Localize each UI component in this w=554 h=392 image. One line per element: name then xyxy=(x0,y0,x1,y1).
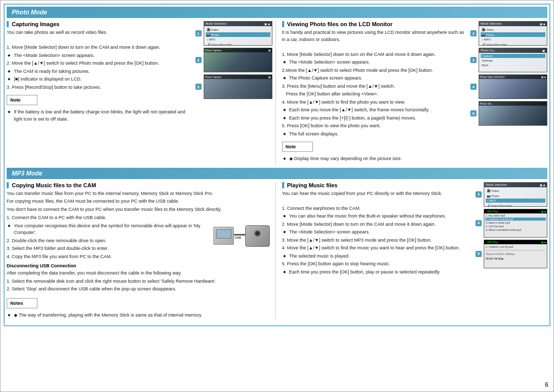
screenshot-1: 1 Mode Selection ▣ ■ 🎥 Video � xyxy=(195,21,272,46)
play-step4-b: The selected music is played. xyxy=(282,253,473,260)
r-screenshot-2: 2 Mode Selection ▣ ■ 🎥 Video � xyxy=(470,21,547,46)
note-box-outer: Note If the battery is low and the batte… xyxy=(7,93,192,123)
play-step5-b: Each time you press the [OK] button, pla… xyxy=(282,269,473,276)
vp-step5-b: The full screen displays. xyxy=(282,131,468,138)
notes-section: Notes ◆ The way of transferring, playing… xyxy=(7,296,272,319)
playing-music-content: Playing Music files You can hear the mus… xyxy=(282,182,548,278)
mp3-menu-voice: 🎤 Voice Recorder xyxy=(486,203,545,207)
play-step3: 3. Move the [▲/▼] switch to select MP3 m… xyxy=(282,237,473,244)
page-number: 6 xyxy=(545,381,548,388)
mp3-track-list: 1. hey dude.mp3 2. I believe I can fly.m… xyxy=(484,213,547,237)
track-3: 3. black or white.mp3 xyxy=(485,221,546,224)
r-menu-voice: 🎤 Voice Recorder xyxy=(481,42,545,46)
notes-box: Notes xyxy=(7,298,37,308)
viewing-note-content: ◆ Display time may vary depending on the… xyxy=(282,155,468,163)
track-5: 5. What a wonderful world.mp3 xyxy=(485,228,546,231)
r-screen-num-5: 5 xyxy=(470,110,477,116)
screen-img-2: Photo Capture ▣ xyxy=(204,48,272,72)
mp3-progress-bar xyxy=(486,250,545,251)
r-lcd-4: Photo View 100-0022 ▣ ■ xyxy=(479,75,547,99)
disconnecting-content: After completing the data transfer, you … xyxy=(7,270,272,293)
viewing-note-outer: Note ◆ Display time may vary depending o… xyxy=(282,140,468,163)
mp3-screen-num-5: 5 xyxy=(476,251,482,257)
vp-step2-b: The Photo Capture screen appears. xyxy=(282,75,468,82)
viewing-intro: It is handy and practical to view pictur… xyxy=(282,29,468,138)
pc-box xyxy=(213,227,234,245)
note-box: Note xyxy=(7,95,37,105)
copying-intro-p2: For copying music files, the CAM must be… xyxy=(7,198,272,205)
r-lcd-header-3: Photo Ca... ▣ xyxy=(479,48,547,53)
copying-music-title: Copying Music files to the CAM xyxy=(7,182,272,188)
step-2-bullet2: [■] indicator is displayed on LCD. xyxy=(7,76,192,83)
screen-img-3: Photo Capture ▣ xyxy=(204,74,272,99)
capturing-images-title: Capturing Images xyxy=(7,21,192,27)
photo-mode-header: Photo Mode xyxy=(7,7,547,18)
mp3-screenshot-5: 5 ♪ MP3 Play ▣ ■ 2. I believe I can fly.… xyxy=(476,240,547,268)
copy-step3: 3. Select the MP3 folder and double-clic… xyxy=(7,245,207,252)
mp3-detail-area: 2. I believe I can fly.mp3 Stereo 44.1KH… xyxy=(484,244,547,268)
r-lcd-header-2: Mode Selection ▣ ■ xyxy=(479,22,547,26)
right-screenshots: 2 Mode Selection ▣ ■ 🎥 Video � xyxy=(470,21,547,165)
mp3-mode-title: MP3 Mode xyxy=(12,170,42,177)
vp-step3b: Press the [OK] button after selecting <V… xyxy=(282,91,468,98)
screen-num-2: 2 xyxy=(195,57,202,63)
copying-steps-main: 1. Connect the CAM to a PC with the USB … xyxy=(7,214,207,262)
mp3-lcd-4: ♪ MP3 Play ▣ ■ 1. hey dude.mp3 2. I beli… xyxy=(484,209,547,237)
step-2: 2. Move the [▲/▼] switch to select Photo… xyxy=(7,60,192,67)
copying-steps-area: 1. Connect the CAM to a PC with the USB … xyxy=(7,214,272,262)
mp3-screen-img-3: Mode Selection ▣ ■ 🎥 Video 📷 Photo ♪ MP3… xyxy=(484,182,547,207)
playing-music-body: You can hear the music copied from your … xyxy=(282,190,473,276)
page-container: Photo Mode Capturing Images You can take… xyxy=(0,0,554,392)
mp3-lcd-5: ♪ MP3 Play ▣ ■ 2. I believe I can fly.mp… xyxy=(484,240,547,268)
mp3-detail-time: 03:19 / 04:32 ▶ xyxy=(486,257,545,260)
r-screen-img-4: Photo View 100-0022 ▣ ■ xyxy=(479,74,547,99)
photo-view-header: Photo View 100-0022 ▣ ■ xyxy=(479,75,547,79)
viewing-photos-col: Viewing Photo files on the LCD Monitor I… xyxy=(279,21,548,165)
step-1-move: 1. Move [Mode Selector] down to turn on … xyxy=(7,44,192,51)
vp-step4-b1: Each time you move the [▲/▼] switch, the… xyxy=(282,107,468,114)
note-label: Note xyxy=(10,97,34,103)
capturing-images-content: Capturing Images You can take photos as … xyxy=(7,21,272,125)
copying-intro-p3: You don't have to connect the CAM to you… xyxy=(7,206,272,213)
copy-step2: 2. Double-click the new removable drive … xyxy=(7,238,207,245)
screen-num-3: 3 xyxy=(195,84,202,90)
lcd-photo-header-2: Photo Capture ▣ xyxy=(204,48,272,52)
viewing-photos-content: Viewing Photo files on the LCD Monitor I… xyxy=(282,21,548,165)
r-screen-img-2: Mode Selection ▣ ■ 🎥 Video 📷 Photo ♪ MP3… xyxy=(479,21,547,46)
vp-step5: 5. Press [OK] button to view the photo y… xyxy=(282,123,468,130)
mp3-screen-img-5: ♪ MP3 Play ▣ ■ 2. I believe I can fly.mp… xyxy=(484,240,547,268)
r-screen-img-3: Photo Ca... ▣ Capture Settings Back xyxy=(479,48,547,72)
r-menu-mp3: ♪ MP3 xyxy=(481,37,545,42)
copy-step1-b: Your computer recognises this device and… xyxy=(7,223,207,237)
disconnecting-title: Disconnecting USB Connection xyxy=(7,263,272,268)
screenshot-3: 3 Photo Capture ▣ xyxy=(195,74,272,99)
play-step2: 2. Move [Mode Selector] down to turn on … xyxy=(282,221,473,228)
capturing-images-col: Capturing Images You can take photos as … xyxy=(7,21,276,165)
lcd-menu-1: 🎥 Video 📷 Photo ♪ MP3 🎤 Voice Recorder 📁… xyxy=(204,26,272,46)
r-menu-back: Back xyxy=(481,63,545,67)
usb-label: USB xyxy=(235,236,242,239)
mp3-lcd-header-5: ♪ MP3 Play ▣ ■ xyxy=(484,240,547,244)
play-step4: 4. Move the [▲/▼] switch to find the mus… xyxy=(282,245,473,252)
lcd-2: Photo Capture ▣ xyxy=(204,48,272,72)
menu-voice: 🎤 Voice Recorder xyxy=(206,42,270,46)
r-lcd-menu-2: 🎥 Video 📷 Photo ♪ MP3 🎤 Voice Recorder 📁… xyxy=(479,26,547,46)
viewing-note-text: ◆ Display time may vary depending on the… xyxy=(282,155,468,163)
step-3: 3. Press [Record/Stop] button to take pi… xyxy=(7,84,192,91)
page-border: Photo Mode Capturing Images You can take… xyxy=(4,4,550,326)
track-1: 1. hey dude.mp3 xyxy=(485,214,546,217)
notes-label: Notes xyxy=(10,301,34,306)
mp3-menu-photo: 📷 Photo xyxy=(486,193,545,198)
play-step1: 1. Connect the earphones to the CAM. xyxy=(282,205,473,212)
notes-text: ◆ The way of transferring, playing with … xyxy=(7,312,272,319)
vp-step1: 1. Move [Mode Selector] down to turn on … xyxy=(282,51,468,58)
mp3-mode-header: MP3 Mode xyxy=(7,168,547,179)
disconnecting-usb-section: Disconnecting USB Connection After compl… xyxy=(7,263,272,293)
disconnect-step2: 2. Select 'Stop' and disconnect the USB … xyxy=(7,286,272,293)
menu-video: 🎥 Video xyxy=(206,27,270,32)
r-screenshot-3: 3 Photo Ca... ▣ Capture Setting xyxy=(470,48,547,72)
playing-music-title: Playing Music files xyxy=(282,182,473,188)
mp3-lcd-menu-3: 🎥 Video 📷 Photo ♪ MP3 🎤 Voice Recorder 📁… xyxy=(484,187,547,207)
r-screen-img-5: Photo Vie... xyxy=(479,101,547,126)
mp3-detail-track: 2. I believe I can fly.mp3 xyxy=(486,245,545,248)
